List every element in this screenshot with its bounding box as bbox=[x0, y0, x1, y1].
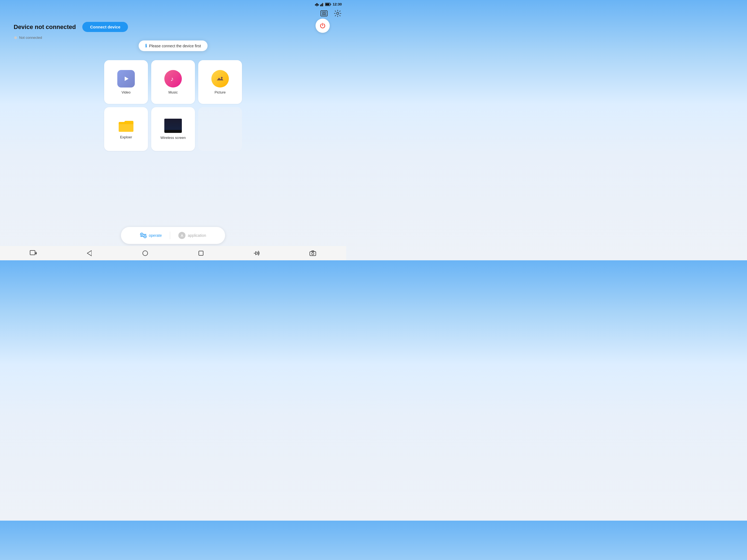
svg-rect-33 bbox=[199, 251, 203, 255]
signal-icon bbox=[320, 2, 324, 6]
status-bar: 12:30 bbox=[310, 0, 346, 8]
not-connected-label: Not connected bbox=[19, 35, 42, 40]
svg-point-23 bbox=[141, 234, 142, 235]
connection-dot bbox=[14, 36, 17, 39]
svg-rect-14 bbox=[324, 14, 326, 15]
device-status-text: Device not connected bbox=[14, 24, 76, 31]
svg-point-26 bbox=[145, 236, 146, 237]
cast-nav-btn[interactable] bbox=[28, 248, 38, 258]
system-nav-bar bbox=[0, 246, 346, 260]
folder-icon bbox=[118, 119, 134, 132]
picture-item[interactable]: Picture bbox=[198, 60, 242, 104]
video-label: Video bbox=[121, 90, 130, 94]
top-toolbar bbox=[319, 8, 343, 19]
svg-point-15 bbox=[337, 12, 339, 15]
svg-rect-13 bbox=[322, 14, 324, 15]
picture-label: Picture bbox=[215, 90, 226, 94]
wireless-screen-item[interactable]: Wireless screen bbox=[151, 107, 195, 151]
exploer-label: Exploer bbox=[120, 135, 132, 139]
video-icon bbox=[117, 70, 135, 87]
svg-rect-28 bbox=[30, 251, 35, 255]
svg-rect-10 bbox=[321, 11, 327, 16]
svg-rect-11 bbox=[322, 12, 324, 13]
screenshot-btn[interactable] bbox=[319, 8, 329, 19]
camera-nav-btn[interactable] bbox=[308, 248, 318, 258]
application-tab[interactable]: A application bbox=[170, 230, 214, 241]
bottom-tab-bar: operate A application bbox=[121, 227, 225, 244]
svg-rect-6 bbox=[324, 2, 324, 6]
header: Device not connected Connect device bbox=[14, 22, 330, 32]
music-icon: ♪ bbox=[164, 70, 182, 87]
svg-rect-5 bbox=[323, 3, 323, 6]
home-nav-btn[interactable] bbox=[140, 248, 150, 258]
exploer-item[interactable]: Exploer bbox=[104, 107, 148, 151]
connect-device-button[interactable]: Connect device bbox=[82, 22, 128, 32]
svg-rect-3 bbox=[320, 5, 321, 6]
application-tab-label: application bbox=[188, 233, 206, 238]
app-grid: Video ♪ Music Picture Exploer bbox=[104, 60, 242, 151]
recents-nav-btn[interactable] bbox=[196, 248, 206, 258]
video-item[interactable]: Video bbox=[104, 60, 148, 104]
wireless-screen-icon bbox=[164, 119, 182, 133]
svg-rect-12 bbox=[324, 12, 326, 13]
empty-item bbox=[198, 107, 242, 151]
status-icons bbox=[315, 2, 331, 6]
music-item[interactable]: ♪ Music bbox=[151, 60, 195, 104]
svg-point-2 bbox=[316, 5, 317, 6]
time-display: 12:30 bbox=[333, 2, 342, 6]
music-label: Music bbox=[169, 90, 178, 94]
svg-rect-19 bbox=[164, 119, 182, 132]
volume-nav-btn[interactable] bbox=[252, 248, 262, 258]
operate-tab[interactable]: operate bbox=[132, 230, 170, 240]
svg-rect-21 bbox=[164, 129, 182, 132]
operate-tab-label: operate bbox=[149, 233, 162, 238]
svg-point-37 bbox=[312, 253, 314, 255]
svg-marker-20 bbox=[167, 121, 179, 129]
svg-point-18 bbox=[221, 77, 223, 78]
wifi-icon bbox=[315, 2, 319, 6]
power-button[interactable] bbox=[315, 19, 330, 33]
operate-icon bbox=[140, 233, 147, 238]
svg-rect-8 bbox=[325, 3, 329, 5]
battery-icon bbox=[325, 3, 331, 6]
svg-marker-16 bbox=[125, 77, 129, 81]
toast-message: Please connect the device first bbox=[149, 44, 201, 48]
svg-text:♪: ♪ bbox=[171, 75, 174, 82]
toast-icon: ℹ bbox=[145, 43, 147, 48]
toast-notification: ℹ Please connect the device first bbox=[138, 41, 208, 51]
svg-rect-9 bbox=[331, 4, 331, 5]
svg-point-32 bbox=[143, 251, 148, 256]
wireless-screen-label: Wireless screen bbox=[160, 136, 186, 140]
settings-btn[interactable] bbox=[333, 8, 343, 19]
picture-icon bbox=[211, 70, 229, 87]
svg-rect-4 bbox=[321, 4, 322, 6]
svg-marker-31 bbox=[87, 251, 92, 256]
application-icon: A bbox=[179, 232, 186, 239]
back-nav-btn[interactable] bbox=[84, 248, 94, 258]
not-connected-row: Not connected bbox=[14, 35, 42, 40]
